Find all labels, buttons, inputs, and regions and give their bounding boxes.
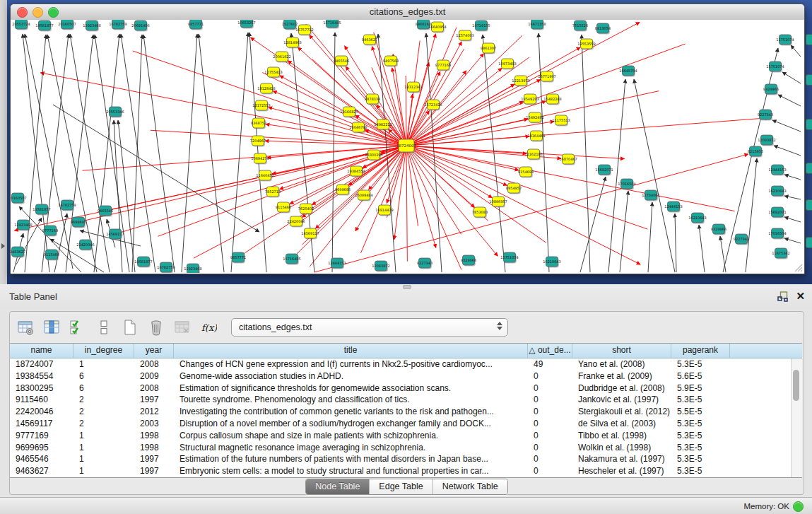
network-node[interactable]: 20061622: [273, 52, 290, 63]
network-node[interactable]: 10694274: [251, 153, 269, 165]
network-canvas[interactable]: 2055372419581877201605071292346816782759…: [11, 20, 803, 273]
network-node[interactable]: 20553724: [12, 20, 30, 30]
network-node[interactable]: 9115460: [44, 250, 59, 261]
network-node[interactable]: 22420046: [287, 216, 305, 228]
function-builder-icon[interactable]: f(x): [199, 317, 218, 337]
network-node[interactable]: 9699695: [71, 217, 86, 228]
panel-splitter-handle[interactable]: [403, 285, 411, 289]
network-node[interactable]: 12734061: [642, 190, 659, 201]
table-row[interactable]: 2242004622012Investigating the contribut…: [10, 406, 792, 418]
network-node[interactable]: 9465546: [98, 206, 113, 217]
table-row[interactable]: 946554611997Estimation of the future num…: [10, 453, 792, 465]
network-node[interactable]: 12923468: [83, 21, 100, 32]
network-node[interactable]: 12923468: [184, 264, 201, 273]
network-node[interactable]: 9329966: [711, 224, 726, 235]
network-node[interactable]: 18549293: [521, 94, 539, 105]
network-node[interactable]: 9699695: [335, 185, 351, 196]
network-node[interactable]: 10719155: [472, 21, 490, 32]
new-column-icon[interactable]: [120, 317, 140, 337]
network-node[interactable]: 8878334: [365, 94, 380, 105]
network-node[interactable]: 9227343: [417, 258, 433, 269]
network-node[interactable]: 15751074: [500, 252, 518, 264]
network-node[interactable]: 12162186: [524, 149, 542, 160]
network-node[interactable]: 10653257: [237, 20, 255, 29]
network-node[interactable]: 11175513: [552, 115, 570, 127]
network-node[interactable]: 9463627: [362, 35, 377, 46]
network-node[interactable]: 19166827: [340, 107, 358, 118]
column-header-title[interactable]: title: [174, 344, 528, 358]
network-node[interactable]: 15723416: [424, 100, 442, 111]
network-node[interactable]: 9777169: [42, 226, 58, 237]
network-node[interactable]: 15692071: [595, 165, 613, 176]
table-row[interactable]: 969969511998Structural magnetic resonanc…: [10, 442, 792, 454]
network-node[interactable]: 9115460: [276, 202, 291, 214]
network-node[interactable]: 11675342: [772, 248, 789, 259]
network-node[interactable]: 15492492: [526, 112, 543, 124]
column-header-in_degree[interactable]: in_degree: [73, 344, 134, 358]
network-node[interactable]: 12444153: [768, 165, 786, 176]
tab-edge-table[interactable]: Edge Table: [369, 479, 432, 494]
network-node[interactable]: 10973493: [498, 59, 516, 70]
network-node[interactable]: 16210643: [768, 186, 786, 197]
table-row[interactable]: 1938455462009Genome-wide association stu…: [10, 370, 792, 382]
close-panel-icon[interactable]: ✕: [796, 290, 805, 303]
column-header-year[interactable]: year: [134, 344, 174, 358]
network-node[interactable]: 9154693: [518, 167, 534, 178]
network-node[interactable]: 14569117: [301, 228, 319, 240]
network-node[interactable]: 22420046: [76, 240, 94, 251]
network-node[interactable]: 18724007: [396, 139, 416, 153]
table-row[interactable]: 977716911998Corpus callosum shape and si…: [10, 430, 792, 442]
table-scrollbar-thumb[interactable]: [793, 370, 799, 401]
network-node[interactable]: 19581877: [134, 257, 152, 268]
network-node[interactable]: 20160507: [11, 193, 27, 204]
network-node[interactable]: 16671358: [528, 20, 546, 30]
network-node[interactable]: 7515526: [572, 21, 588, 32]
network-node[interactable]: 15751074: [766, 62, 784, 73]
column-header-short[interactable]: short: [572, 344, 671, 358]
table-row[interactable]: 911546021997Tourette syndrome. Phenomeno…: [10, 394, 792, 406]
delete-table-icon[interactable]: [172, 317, 192, 337]
column-header-out_de[interactable]: △ out_de...: [528, 344, 572, 358]
network-node[interactable]: 10896957: [489, 197, 507, 208]
network-node[interactable]: 15692071: [768, 207, 786, 218]
network-node[interactable]: 8215955: [748, 146, 763, 158]
network-node[interactable]: 9368752: [251, 118, 266, 129]
tab-network-table[interactable]: Network Table: [433, 479, 507, 494]
network-node[interactable]: 11751074: [776, 35, 794, 46]
network-node[interactable]: 9465546: [334, 56, 349, 67]
network-node[interactable]: 16648784: [619, 66, 637, 77]
network-node[interactable]: 9463627: [11, 247, 25, 258]
window-resize-grip[interactable]: [793, 262, 803, 272]
network-node[interactable]: 17016504: [768, 228, 786, 240]
network-window-titlebar[interactable]: citations_edges.txt: [11, 4, 804, 21]
table-scrollbar[interactable]: [791, 358, 802, 477]
network-node[interactable]: 12574093: [456, 30, 473, 42]
network-node[interactable]: 7853083: [472, 207, 488, 218]
network-node[interactable]: 8954957: [506, 183, 522, 194]
table-select-dropdown[interactable]: citations_edges.txt: [231, 318, 508, 337]
select-columns-icon[interactable]: [68, 317, 88, 337]
network-node[interactable]: 20160507: [58, 20, 76, 30]
network-node[interactable]: 12093872: [372, 261, 389, 272]
network-node[interactable]: 20553346: [106, 107, 124, 118]
table-row[interactable]: 946362711997Embryonic stem cells: a mode…: [10, 465, 792, 477]
tab-node-table[interactable]: Node Table: [306, 479, 369, 494]
network-node[interactable]: 9857771: [230, 252, 246, 264]
network-node[interactable]: 9227343: [758, 110, 773, 121]
network-node[interactable]: 12923468: [14, 220, 32, 231]
network-node[interactable]: 15482248: [543, 94, 561, 105]
row-toggle-icon[interactable]: [94, 317, 114, 337]
table-row[interactable]: 1872400712008Changes of HCN gene express…: [10, 358, 792, 370]
show-columns-icon[interactable]: [42, 317, 61, 337]
network-node[interactable]: 15716485: [323, 20, 341, 29]
column-header-pagerank[interactable]: pagerank: [671, 344, 730, 358]
network-node[interactable]: 12755413: [264, 67, 282, 78]
network-node[interactable]: 16210643: [688, 213, 706, 224]
network-node[interactable]: 9857771: [188, 20, 204, 30]
network-node[interactable]: 18128418: [257, 83, 275, 95]
network-node[interactable]: 14982212: [374, 119, 392, 131]
network-node[interactable]: 9227343: [734, 234, 749, 245]
table-mode-icon[interactable]: [16, 317, 35, 337]
network-node[interactable]: 9777169: [435, 60, 451, 71]
network-node[interactable]: 19581877: [35, 21, 53, 32]
